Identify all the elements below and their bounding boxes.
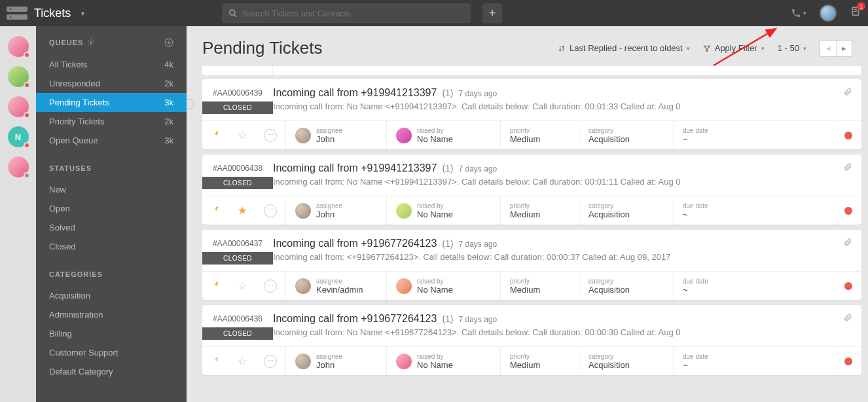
sidebar-status-item[interactable]: Open bbox=[36, 199, 187, 218]
star-icon[interactable]: ★ bbox=[238, 204, 247, 217]
pin-icon[interactable] bbox=[211, 280, 221, 292]
ticket-card[interactable]: #AA00006439 CLOSED Incoming call from +9… bbox=[202, 79, 861, 149]
ticket-time: 7 days ago bbox=[459, 164, 497, 174]
search-container bbox=[222, 3, 471, 23]
sidebar-status-item[interactable]: Closed bbox=[36, 237, 187, 256]
status-dot bbox=[844, 357, 852, 365]
duedate-value: ~ bbox=[683, 134, 708, 144]
pager-prev[interactable]: ◂ bbox=[820, 41, 836, 56]
raised-by-value: No Name bbox=[417, 210, 453, 219]
status-badge: CLOSED bbox=[202, 252, 273, 265]
star-icon[interactable]: ☆ bbox=[238, 280, 247, 292]
search-input[interactable] bbox=[243, 9, 465, 18]
attachment-icon[interactable] bbox=[843, 238, 852, 249]
assignee-value: John bbox=[316, 134, 342, 144]
notifications-icon[interactable]: 1 bbox=[850, 6, 861, 20]
sidebar-category-item[interactable]: Administration bbox=[36, 305, 187, 324]
rail-avatar-4[interactable]: N bbox=[8, 126, 29, 147]
search-icon bbox=[228, 9, 237, 18]
svg-point-2 bbox=[10, 9, 12, 10]
ticket-title: Incoming call from +919677264123 bbox=[273, 238, 437, 249]
star-icon[interactable]: ☆ bbox=[238, 129, 247, 141]
add-button[interactable]: + bbox=[482, 3, 502, 23]
attachment-icon[interactable] bbox=[843, 313, 852, 324]
ticket-time: 7 days ago bbox=[459, 89, 497, 98]
ticket-id: #AA00006438 bbox=[202, 164, 273, 173]
ticket-card[interactable]: #AA00006438 CLOSED Incoming call from +9… bbox=[202, 155, 861, 225]
raised-by-value: No Name bbox=[417, 360, 453, 370]
user-avatar[interactable] bbox=[820, 5, 837, 22]
sidebar-queue-item[interactable]: Priority Tickets2k bbox=[36, 112, 187, 131]
sidebar-category-item[interactable]: Acquisition bbox=[36, 286, 187, 305]
pin-icon[interactable] bbox=[211, 204, 221, 217]
category-value: Acquisition bbox=[588, 360, 630, 370]
sidebar: QUEUES All Tickets4kUnresponded2kPending… bbox=[36, 26, 187, 402]
ticket-time: 7 days ago bbox=[459, 240, 497, 249]
more-icon[interactable]: ⋯ bbox=[264, 280, 277, 293]
priority-value: Medium bbox=[510, 285, 540, 295]
pager: ◂ ▸ bbox=[820, 40, 852, 57]
status-dot bbox=[844, 207, 852, 215]
more-icon[interactable]: ⋯ bbox=[264, 129, 277, 142]
reply-count: (1) bbox=[442, 88, 453, 98]
rail-avatar-2[interactable] bbox=[8, 66, 29, 87]
raised-by-value: No Name bbox=[417, 285, 453, 295]
star-icon[interactable]: ☆ bbox=[238, 355, 247, 367]
sidebar-status-item[interactable]: Solved bbox=[36, 218, 187, 237]
phone-icon[interactable]: ▾ bbox=[791, 8, 806, 18]
reply-count: (1) bbox=[442, 314, 453, 324]
ticket-title: Incoming call from +919941213397 bbox=[273, 87, 437, 99]
sidebar-queue-item[interactable]: Pending Tickets3k bbox=[36, 93, 187, 112]
priority-value: Medium bbox=[510, 134, 540, 144]
main-panel: Pending Tickets Last Replied - recent to… bbox=[187, 26, 868, 402]
status-badge: CLOSED bbox=[202, 327, 273, 340]
attachment-icon[interactable] bbox=[843, 162, 852, 174]
priority-value: Medium bbox=[510, 210, 540, 219]
sidebar-queue-item[interactable]: Unresponded2k bbox=[36, 74, 187, 93]
ticket-description: Incoming call from: No Name <+9199412133… bbox=[273, 101, 851, 111]
pin-icon[interactable] bbox=[211, 129, 221, 141]
gear-icon[interactable] bbox=[87, 39, 95, 46]
range-control[interactable]: 1 - 50▾ bbox=[778, 43, 806, 53]
ticket-card[interactable]: #AA00006436 CLOSED Incoming call from +9… bbox=[202, 305, 861, 375]
sidebar-category-item[interactable]: Default Category bbox=[36, 362, 187, 381]
left-rail: N bbox=[0, 26, 36, 402]
sidebar-category-item[interactable]: Customer Support bbox=[36, 343, 187, 362]
rail-avatar-3[interactable] bbox=[8, 96, 29, 117]
raised-by-avatar bbox=[396, 354, 412, 369]
add-queue-icon[interactable] bbox=[164, 38, 173, 47]
pin-icon[interactable] bbox=[211, 355, 221, 367]
ticket-id: #AA00006436 bbox=[202, 314, 273, 323]
raised-by-avatar bbox=[396, 203, 412, 219]
status-dot bbox=[844, 132, 852, 139]
queues-heading: QUEUES bbox=[36, 38, 187, 47]
category-value: Acquisition bbox=[588, 134, 630, 144]
chevron-down-icon[interactable]: ▾ bbox=[81, 10, 84, 17]
assignee-value: Kevin/admin bbox=[316, 285, 363, 295]
app-title[interactable]: Tickets bbox=[34, 7, 71, 20]
sidebar-queue-item[interactable]: Open Queue3k bbox=[36, 131, 187, 150]
notification-badge: 1 bbox=[857, 2, 865, 10]
more-icon[interactable]: ⋯ bbox=[264, 204, 277, 217]
ticket-card[interactable]: #AA00006437 CLOSED Incoming call from +9… bbox=[202, 230, 861, 300]
sidebar-queue-item[interactable]: All Tickets4k bbox=[36, 55, 187, 74]
raised-by-avatar bbox=[396, 278, 412, 294]
select-checkbox[interactable] bbox=[187, 99, 194, 109]
svg-point-4 bbox=[230, 10, 235, 15]
statuses-heading: STATUSES bbox=[36, 164, 187, 172]
svg-line-5 bbox=[234, 14, 236, 16]
rail-avatar-5[interactable] bbox=[8, 156, 29, 177]
categories-heading: CATEGORIES bbox=[36, 270, 187, 278]
reply-count: (1) bbox=[442, 238, 453, 249]
duedate-value: ~ bbox=[683, 360, 708, 370]
category-value: Acquisition bbox=[588, 285, 630, 295]
sort-control[interactable]: Last Replied - recent to oldest▾ bbox=[558, 43, 690, 53]
filter-control[interactable]: Apply Filter▾ bbox=[703, 43, 765, 53]
more-icon[interactable]: ⋯ bbox=[264, 355, 277, 368]
rail-avatar-1[interactable] bbox=[8, 36, 29, 57]
attachment-icon[interactable] bbox=[843, 87, 852, 98]
sidebar-category-item[interactable]: Billing bbox=[36, 324, 187, 343]
pager-next[interactable]: ▸ bbox=[836, 41, 852, 56]
sidebar-status-item[interactable]: New bbox=[36, 180, 187, 199]
topbar: Tickets ▾ + ▾ 1 bbox=[0, 0, 868, 26]
